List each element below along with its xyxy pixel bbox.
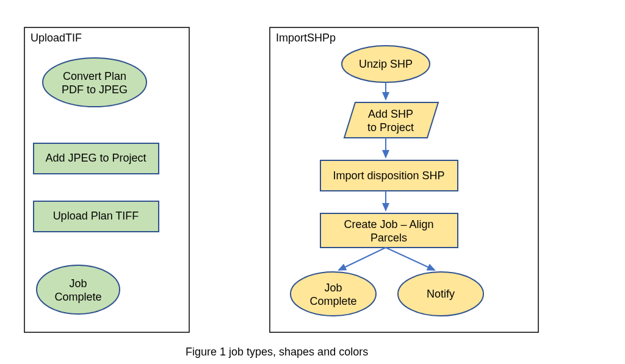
node-label: PDF to JPEG — [62, 84, 128, 96]
left-panel: UploadTIF Convert Plan PDF to JPEG Add J… — [24, 27, 189, 332]
node-notify: Notify — [398, 272, 483, 316]
node-job-complete-right: Job Complete — [291, 272, 376, 316]
node-label: Complete — [54, 291, 101, 303]
node-label: Notify — [427, 288, 455, 300]
node-label: to Project — [367, 121, 414, 134]
node-convert-plan: Convert Plan PDF to JPEG — [43, 58, 146, 107]
left-title: UploadTIF — [31, 32, 82, 44]
node-job-complete-left: Job Complete — [37, 265, 120, 314]
node-upload-tiff: Upload Plan TIFF — [34, 201, 159, 232]
node-label: Create Job – Align — [344, 218, 433, 230]
ellipse-icon — [37, 265, 120, 314]
node-create-job: Create Job – Align Parcels — [320, 213, 458, 248]
node-label: Complete — [309, 295, 356, 307]
node-label: Upload Plan TIFF — [53, 210, 139, 222]
node-import-shp: Import disposition SHP — [320, 160, 458, 191]
node-label: Unzip SHP — [359, 58, 413, 70]
node-label: Job — [69, 277, 87, 290]
node-label: Job — [324, 282, 342, 294]
arrow-icon — [386, 248, 435, 270]
arrow-icon — [339, 248, 386, 270]
node-label: Add SHP — [368, 108, 413, 120]
node-label: Parcels — [370, 232, 407, 244]
node-add-shp: Add SHP to Project — [344, 102, 438, 138]
node-unzip-shp: Unzip SHP — [342, 46, 430, 82]
node-add-jpeg: Add JPEG to Project — [34, 143, 159, 174]
right-panel: ImportSHPp Unzip SHP Add SHP to Project … — [270, 27, 538, 332]
ellipse-icon — [291, 272, 376, 316]
node-label: Convert Plan — [63, 70, 126, 82]
node-label: Add JPEG to Project — [45, 152, 146, 164]
ellipse-icon — [43, 58, 146, 107]
figure-caption: Figure 1 job types, shapes and colors — [186, 346, 368, 358]
right-title: ImportSHPp — [276, 32, 336, 44]
node-label: Import disposition SHP — [333, 170, 444, 182]
